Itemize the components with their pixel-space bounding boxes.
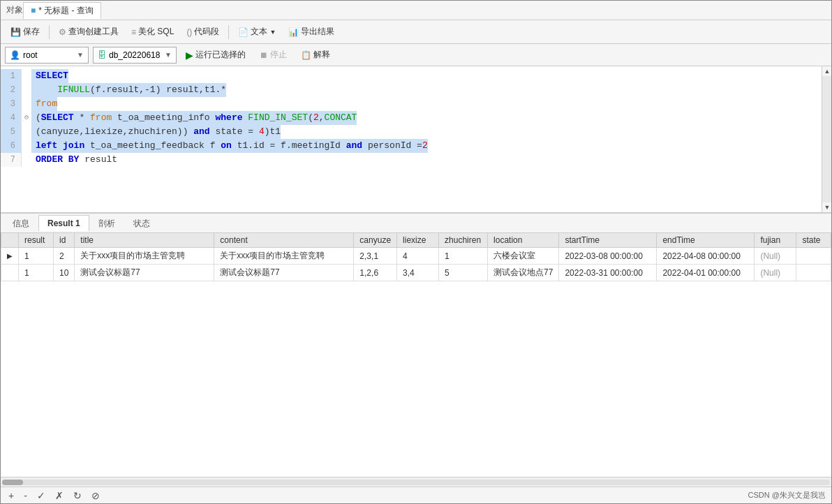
sql-line-4: 4 ⊖ (SELECT * from t_oa_meeting_info whe… xyxy=(1,111,822,125)
tab-status[interactable]: 状态 xyxy=(124,214,159,232)
scroll-thumb-h[interactable] xyxy=(2,480,23,485)
cell-liexize-2: 3,4 xyxy=(397,265,439,281)
scroll-track[interactable] xyxy=(822,76,831,202)
results-area[interactable]: result id title content canyuze liexize … xyxy=(1,232,831,477)
col-header-liexize[interactable]: liexize xyxy=(397,233,439,248)
explain-button[interactable]: 📋 解释 xyxy=(296,47,335,63)
cell-location-1: 六楼会议室 xyxy=(488,248,559,265)
col-header-title[interactable]: title xyxy=(75,233,214,248)
object-label: 对象 xyxy=(6,4,23,16)
tab-info[interactable]: 信息 xyxy=(3,214,38,232)
title-bar-left: 对象 xyxy=(6,4,23,16)
cell-title-1: 关于xxx项目的市场主管竞聘 xyxy=(75,248,214,265)
sql-editor-section: 1 SELECT 2 IFNULL(f.result,-1) result,t1… xyxy=(1,66,831,213)
text-arrow-icon: ▼ xyxy=(269,29,276,36)
sql-line-2: 2 IFNULL(f.result,-1) result,t1.* xyxy=(1,83,822,97)
col-header-canyuze[interactable]: canyuze xyxy=(354,233,397,248)
cell-starttime-2: 2022-03-31 00:00:00 xyxy=(559,265,657,281)
results-section: 信息 Result 1 剖析 状态 resul xyxy=(1,213,831,487)
result-table: result id title content canyuze liexize … xyxy=(1,232,831,281)
cancel-edit-button[interactable]: ✗ xyxy=(53,490,66,501)
col-header-location[interactable]: location xyxy=(488,233,559,248)
code-block-icon: () xyxy=(186,27,192,37)
delete-row-button[interactable]: - xyxy=(22,490,29,501)
tab-result1[interactable]: Result 1 xyxy=(38,215,89,231)
sql-editor[interactable]: 1 SELECT 2 IFNULL(f.result,-1) result,t1… xyxy=(1,66,822,212)
cell-fujian-1: (Null) xyxy=(755,248,796,265)
row-indicator-2 xyxy=(1,265,19,281)
user-dropdown[interactable]: 👤 root ▼ xyxy=(5,47,89,64)
export-icon: 📊 xyxy=(288,27,299,37)
sql-line-6: 6 left join t_oa_meeting_feedback f on t… xyxy=(1,139,822,153)
cell-endtime-2: 2022-04-01 00:00:00 xyxy=(657,265,755,281)
confirm-button[interactable]: ✓ xyxy=(35,490,47,501)
code-block-button[interactable]: () 代码段 xyxy=(181,23,225,40)
stop-status-button[interactable]: ⊘ xyxy=(89,490,102,501)
col-header-endtime[interactable]: endTime xyxy=(657,233,755,248)
cell-state-1 xyxy=(796,248,831,265)
cell-location-2: 测试会议地点77 xyxy=(488,265,559,281)
cell-content-1: 关于xxx项目的市场主管竞聘 xyxy=(214,248,354,265)
beautify-icon: ≡ xyxy=(131,27,136,37)
table-header-row: result id title content canyuze liexize … xyxy=(1,233,831,248)
cell-starttime-1: 2022-03-08 00:00:00 xyxy=(559,248,657,265)
table-row[interactable]: 1 10 测试会议标题77 测试会议标题77 1,2,6 3,4 5 测试会议地… xyxy=(1,265,831,281)
col-header-id[interactable]: id xyxy=(54,233,75,248)
horizontal-scrollbar[interactable] xyxy=(1,477,831,487)
user-icon: 👤 xyxy=(10,50,20,60)
line-number-1: 1 xyxy=(1,69,22,83)
col-header-fujian[interactable]: fujian xyxy=(755,233,796,248)
status-bar: + - ✓ ✗ ↻ ⊘ CSDN @朱兴文是我岂 xyxy=(1,487,831,503)
cell-content-2: 测试会议标题77 xyxy=(214,265,354,281)
save-icon: 💾 xyxy=(10,27,21,37)
watermark: CSDN @朱兴文是我岂 xyxy=(748,490,826,501)
line-number-2: 2 xyxy=(1,83,22,97)
text-button[interactable]: 📄 文本 ▼ xyxy=(232,23,281,40)
scroll-up-btn[interactable]: ▲ xyxy=(822,66,831,76)
line-code-6: left join t_oa_meeting_feedback f on t1.… xyxy=(31,139,428,153)
scroll-track-h[interactable] xyxy=(2,480,830,485)
cell-canyuze-2: 1,2,6 xyxy=(354,265,397,281)
db-dropdown-arrow: ▼ xyxy=(165,51,172,59)
tab-profile[interactable]: 剖析 xyxy=(89,214,124,232)
beautify-button[interactable]: ≡ 美化 SQL xyxy=(126,23,179,40)
user-dropdown-arrow: ▼ xyxy=(77,51,84,59)
connection-bar: 👤 root ▼ 🗄 db_20220618 ▼ ▶ 运行已选择的 ⏹ 停止 📋… xyxy=(1,44,831,66)
cell-zhuchiren-1: 1 xyxy=(439,248,488,265)
cell-liexize-1: 4 xyxy=(397,248,439,265)
scroll-down-btn[interactable]: ▼ xyxy=(822,202,831,212)
cell-endtime-1: 2022-04-08 00:00:00 xyxy=(657,248,755,265)
cell-result-1: 1 xyxy=(19,248,54,265)
title-tab[interactable]: ■ * 无标题 - 查询 xyxy=(23,2,101,19)
add-row-button[interactable]: + xyxy=(6,490,16,501)
sql-line-1: 1 SELECT xyxy=(1,69,822,83)
line-number-7: 7 xyxy=(1,153,22,167)
col-header-state[interactable]: state xyxy=(796,233,831,248)
line-code-4: (SELECT * from t_oa_meeting_info where F… xyxy=(31,111,357,125)
status-left: + - ✓ ✗ ↻ ⊘ xyxy=(6,490,102,501)
cell-id-2: 10 xyxy=(54,265,75,281)
save-button[interactable]: 💾 保存 xyxy=(5,23,45,40)
export-button[interactable]: 📊 导出结果 xyxy=(283,23,340,40)
row-indicator-1: ▶ xyxy=(1,248,19,265)
line-number-5: 5 xyxy=(1,125,22,139)
line-number-6: 6 xyxy=(1,139,22,153)
editor-scrollbar[interactable]: ▲ ▼ xyxy=(822,66,831,212)
run-button[interactable]: ▶ 运行已选择的 xyxy=(181,47,251,63)
col-header-starttime[interactable]: startTime xyxy=(559,233,657,248)
query-builder-icon: ⚙ xyxy=(59,27,66,37)
col-header-content[interactable]: content xyxy=(214,233,354,248)
col-header-indicator xyxy=(1,233,19,248)
cell-canyuze-1: 2,3,1 xyxy=(354,248,397,265)
stop-button[interactable]: ⏹ 停止 xyxy=(255,47,292,63)
line-code-3: from xyxy=(31,97,57,111)
play-icon: ▶ xyxy=(186,50,193,61)
db-dropdown[interactable]: 🗄 db_20220618 ▼ xyxy=(93,47,177,64)
query-builder-button[interactable]: ⚙ 查询创建工具 xyxy=(53,23,124,40)
col-header-result[interactable]: result xyxy=(19,233,54,248)
tab-label: * 无标题 - 查询 xyxy=(38,5,94,17)
col-header-zhuchiren[interactable]: zhuchiren xyxy=(439,233,488,248)
table-row[interactable]: ▶ 1 2 关于xxx项目的市场主管竞聘 关于xxx项目的市场主管竞聘 2,3,… xyxy=(1,248,831,265)
refresh-button[interactable]: ↻ xyxy=(71,490,84,501)
sql-line-5: 5 (canyuze,liexize,zhuchiren)) and state… xyxy=(1,125,822,139)
